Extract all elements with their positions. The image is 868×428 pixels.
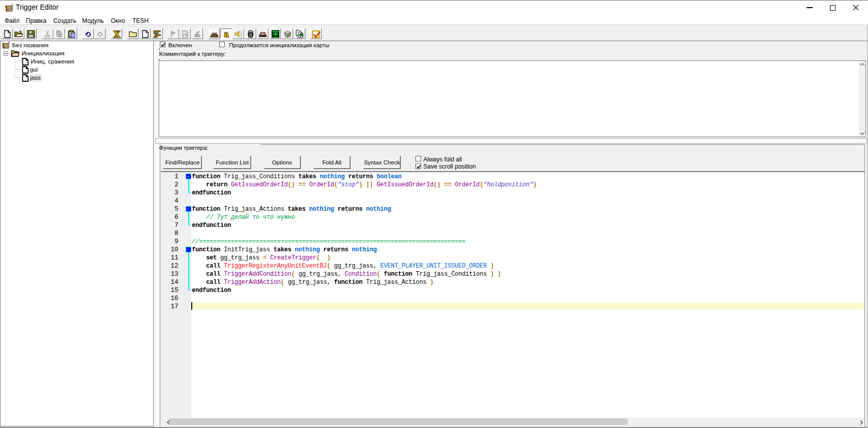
svg-text:X: X bbox=[113, 29, 120, 39]
svg-text:a: a bbox=[224, 29, 228, 39]
